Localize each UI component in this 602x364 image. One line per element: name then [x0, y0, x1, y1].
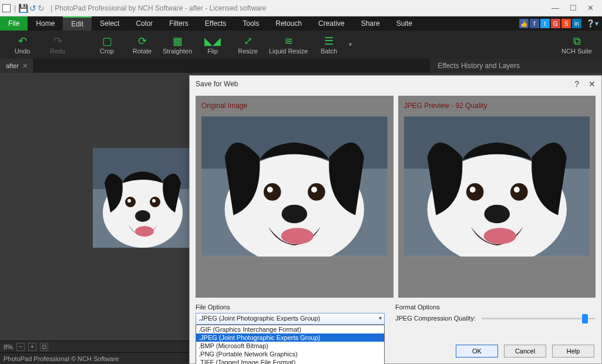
- linkedin-icon[interactable]: in: [572, 19, 581, 28]
- dialog-buttons: OK Cancel Help: [456, 345, 594, 358]
- quick-access-toolbar: 💾 ↺ ↻: [18, 4, 45, 13]
- menu-file[interactable]: File: [0, 16, 28, 31]
- facebook-icon[interactable]: f: [530, 19, 539, 28]
- format-option-bmp[interactable]: .BMP (Microsoft Bitmap): [196, 342, 384, 350]
- resize-icon: ⤢: [244, 35, 253, 48]
- resize-button[interactable]: ⤢Resize: [230, 31, 265, 58]
- titlebar: | 💾 ↺ ↻ | PhotoPad Professional by NCH S…: [0, 0, 602, 16]
- svg-point-8: [135, 226, 154, 237]
- doc-tab-after[interactable]: after ✕: [0, 59, 34, 73]
- jpeg-preview-image: [404, 116, 590, 257]
- svg-point-14: [308, 183, 325, 201]
- format-option-jpeg[interactable]: .JPEG (Joint Photographic Experts Group): [196, 333, 384, 342]
- svg-point-15: [311, 187, 317, 193]
- canvas-image[interactable]: [93, 148, 193, 248]
- menu-creative[interactable]: Creative: [310, 16, 353, 31]
- like-icon[interactable]: 👍: [519, 19, 529, 28]
- svg-point-6: [152, 199, 156, 203]
- crop-icon: ▢: [102, 35, 112, 48]
- svg-point-16: [281, 205, 307, 224]
- system-menu-icon[interactable]: [2, 4, 11, 12]
- straighten-button[interactable]: ▦Straighten: [160, 31, 195, 58]
- menu-home[interactable]: Home: [28, 16, 63, 31]
- menu-color[interactable]: Color: [127, 16, 161, 31]
- menu-effects[interactable]: Effects: [197, 16, 234, 31]
- svg-point-24: [513, 187, 519, 193]
- menu-tools[interactable]: Tools: [234, 16, 267, 31]
- svg-point-17: [281, 228, 314, 244]
- svg-point-25: [484, 205, 510, 224]
- twitter-icon[interactable]: t: [540, 19, 550, 28]
- undo-qat-icon[interactable]: ↺: [29, 4, 36, 13]
- compression-slider[interactable]: [482, 313, 596, 323]
- cancel-button[interactable]: Cancel: [504, 345, 546, 358]
- svg-point-4: [127, 199, 131, 203]
- ok-button[interactable]: OK: [456, 345, 498, 358]
- save-icon[interactable]: 💾: [18, 4, 28, 13]
- menu-suite[interactable]: Suite: [388, 16, 421, 31]
- googleplus-icon[interactable]: G: [551, 19, 560, 28]
- liquid-resize-button[interactable]: ≋Liquid Resize: [265, 31, 311, 58]
- format-selected[interactable]: .JPEG (Joint Photographic Experts Group): [196, 313, 385, 325]
- undo-icon: ↶: [18, 35, 27, 48]
- ribbon: ↶Undo ↷Redo ▢Crop ⟳Rotate ▦Straighten ◣◢…: [0, 31, 602, 59]
- close-window-button[interactable]: ✕: [587, 4, 594, 12]
- dialog-titlebar: Save for Web ? ✕: [190, 76, 601, 92]
- original-label: Original Image: [201, 102, 388, 110]
- svg-point-26: [483, 228, 516, 244]
- format-option-gif[interactable]: .GIF (Graphics Interchange Format): [196, 325, 384, 333]
- help-menu-icon[interactable]: ❔▾: [586, 19, 598, 28]
- redo-qat-icon[interactable]: ↻: [38, 4, 45, 13]
- batch-button[interactable]: ☰Batch: [311, 31, 347, 58]
- svg-point-7: [135, 210, 150, 222]
- menubar: File Home Edit Select Color Filters Effe…: [0, 16, 602, 31]
- zoom-in-button[interactable]: +: [28, 343, 36, 351]
- maximize-button[interactable]: ☐: [570, 4, 577, 12]
- svg-point-23: [510, 183, 527, 201]
- jpeg-preview-label: JPEG Preview - 92 Quality: [404, 102, 590, 110]
- menu-filters[interactable]: Filters: [161, 16, 197, 31]
- dialog-close-icon[interactable]: ✕: [588, 79, 596, 89]
- original-image: [201, 116, 388, 257]
- slider-thumb[interactable]: [582, 314, 588, 323]
- side-panel-header[interactable]: Effects History and Layers: [429, 59, 602, 73]
- close-tab-icon[interactable]: ✕: [22, 62, 28, 70]
- batch-icon: ☰: [324, 35, 334, 48]
- zoom-out-button[interactable]: −: [16, 343, 25, 351]
- original-preview: Original Image: [196, 96, 394, 298]
- format-option-tiff[interactable]: .TIFF (Tagged Image File Format): [196, 358, 384, 364]
- rotate-button[interactable]: ⟳Rotate: [125, 31, 160, 58]
- save-for-web-dialog: Save for Web ? ✕ Original Image: [189, 75, 602, 364]
- redo-icon: ↷: [53, 35, 62, 48]
- menu-select[interactable]: Select: [92, 16, 127, 31]
- zoom-fit-button[interactable]: ⊡: [40, 343, 48, 351]
- menu-edit[interactable]: Edit: [63, 16, 92, 31]
- help-button[interactable]: Help: [552, 345, 594, 358]
- crop-button[interactable]: ▢Crop: [89, 31, 125, 58]
- straighten-icon: ▦: [173, 35, 183, 48]
- menu-retouch[interactable]: Retouch: [267, 16, 310, 31]
- svg-point-21: [466, 183, 483, 201]
- dialog-title: Save for Web: [196, 80, 238, 88]
- stumbleupon-icon[interactable]: S: [561, 19, 571, 28]
- file-options-label: File Options: [196, 304, 389, 311]
- dialog-help-icon[interactable]: ?: [574, 79, 579, 89]
- minimize-button[interactable]: —: [551, 4, 559, 12]
- menu-share[interactable]: Share: [353, 16, 388, 31]
- compression-label: JPEG Compression Quality:: [395, 315, 476, 322]
- nch-suite-button[interactable]: ⧉NCH Suite: [556, 31, 597, 58]
- jpeg-preview: JPEG Preview - 92 Quality: [398, 96, 596, 298]
- window-title: PhotoPad Professional by NCH Software - …: [55, 4, 266, 12]
- redo-button[interactable]: ↷Redo: [40, 31, 75, 58]
- svg-point-22: [469, 187, 475, 193]
- format-select[interactable]: .JPEG (Joint Photographic Experts Group)…: [196, 313, 385, 325]
- format-options-label: Format Options: [395, 304, 596, 311]
- flip-button[interactable]: ◣◢Flip: [195, 31, 230, 58]
- undo-button[interactable]: ↶Undo: [5, 31, 40, 58]
- doc-tab-label: after: [6, 62, 19, 69]
- dog-image-thumb: [93, 148, 193, 248]
- batch-dropdown-icon[interactable]: ▼: [348, 42, 353, 48]
- document-tabs: after ✕ Effects History and Layers: [0, 59, 602, 73]
- format-option-png[interactable]: .PNG (Portable Network Graphics): [196, 350, 384, 358]
- format-options-group: Format Options JPEG Compression Quality:: [395, 304, 596, 325]
